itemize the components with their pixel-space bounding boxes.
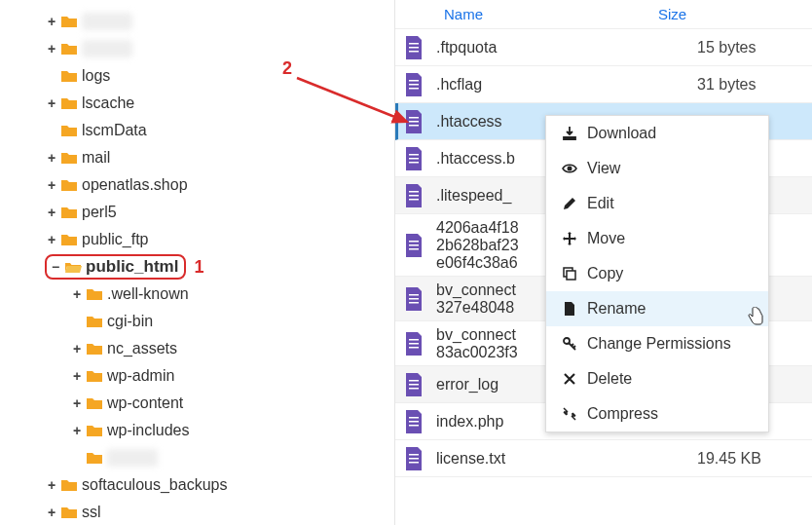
tree-folder[interactable]: +softaculous_backups — [4, 471, 390, 499]
svg-rect-25 — [409, 384, 419, 386]
tree-toggle-icon[interactable]: + — [70, 286, 84, 302]
tree-label: wp-includes — [107, 422, 189, 439]
svg-rect-4 — [409, 84, 419, 86]
tree-folder[interactable]: cgi-bin — [4, 308, 390, 335]
svg-rect-5 — [409, 88, 419, 90]
tree-folder[interactable]: +nc_assets — [4, 335, 390, 362]
folder-icon — [60, 178, 78, 192]
tree-toggle-icon[interactable]: − — [49, 259, 62, 275]
svg-rect-22 — [409, 343, 419, 345]
file-icon — [403, 233, 424, 258]
tree-label: ssl — [82, 504, 101, 521]
tree-toggle-icon[interactable]: + — [45, 41, 58, 56]
tree-label: openatlas.shop — [82, 176, 188, 194]
svg-rect-0 — [409, 43, 419, 45]
tree-folder[interactable]: + — [4, 8, 390, 35]
tree-label-redacted — [107, 449, 158, 467]
tree-folder[interactable]: +ssl — [4, 499, 390, 525]
context-menu: DownloadViewEditMoveCopyRenameChange Per… — [545, 115, 769, 432]
tree-toggle-icon[interactable]: + — [45, 205, 58, 220]
file-name: .hcflag — [436, 76, 697, 94]
menu-item-rename[interactable]: Rename — [546, 291, 768, 326]
tree-folder[interactable]: +wp-admin — [4, 362, 390, 390]
menu-item-move[interactable]: Move — [546, 221, 768, 256]
menu-item-download[interactable]: Download — [546, 116, 768, 151]
tree-folder[interactable]: +wp-content — [4, 390, 390, 417]
svg-rect-15 — [409, 241, 419, 243]
file-row[interactable]: license.txt19.45 KB — [395, 440, 812, 477]
file-header: Name Size — [395, 0, 812, 29]
svg-rect-6 — [409, 117, 419, 119]
tree-folder[interactable] — [4, 444, 390, 471]
file-row[interactable]: .hcflag31 bytes — [395, 66, 812, 103]
tree-toggle-icon[interactable]: + — [45, 14, 58, 29]
file-icon — [403, 446, 424, 471]
tree-toggle-icon[interactable]: + — [70, 341, 84, 356]
folder-icon — [60, 233, 78, 246]
tree-toggle-icon[interactable]: + — [70, 423, 84, 438]
tree-label: mail — [82, 149, 110, 167]
tree-folder[interactable]: +perl5 — [4, 199, 390, 226]
menu-item-change-permissions[interactable]: Change Permissions — [546, 326, 768, 361]
menu-item-edit[interactable]: Edit — [546, 186, 768, 221]
tree-folder[interactable]: +.well-known — [4, 281, 390, 308]
menu-item-delete[interactable]: Delete — [546, 361, 768, 396]
file-icon — [403, 372, 424, 397]
tree-toggle-icon[interactable]: + — [70, 395, 84, 411]
tree-folder[interactable]: +lscache — [4, 90, 390, 117]
tree-folder[interactable]: logs — [4, 62, 390, 90]
menu-item-label: Edit — [587, 195, 614, 212]
move-icon — [560, 231, 579, 246]
svg-rect-18 — [409, 294, 419, 296]
folder-icon — [86, 369, 103, 383]
tree-label: lscmData — [82, 122, 147, 139]
folder-icon — [86, 315, 103, 328]
menu-item-copy[interactable]: Copy — [546, 256, 768, 291]
menu-item-view[interactable]: View — [546, 151, 768, 186]
tree-folder[interactable]: +mail — [4, 144, 390, 171]
tree-label-redacted — [82, 13, 132, 30]
tree-toggle-icon[interactable]: + — [70, 368, 84, 384]
svg-rect-2 — [409, 51, 419, 53]
svg-rect-7 — [409, 121, 419, 123]
tree-toggle-icon[interactable]: + — [45, 177, 58, 193]
tree-folder[interactable]: lscmData — [4, 117, 390, 144]
folder-icon — [60, 151, 78, 165]
file-icon — [403, 183, 424, 208]
svg-rect-21 — [409, 339, 419, 341]
close-icon — [560, 371, 579, 387]
svg-rect-12 — [409, 191, 419, 193]
menu-item-label: Copy — [587, 265, 623, 282]
tree-toggle-icon[interactable]: + — [45, 232, 58, 247]
folder-tree: + + logs+lscachelscmData+mail+openatlas.… — [0, 0, 394, 525]
tree-folder[interactable]: +openatlas.shop — [4, 171, 390, 199]
menu-item-label: Delete — [587, 370, 632, 388]
file-row[interactable]: .ftpquota15 bytes — [395, 29, 812, 66]
tree-toggle-icon[interactable]: + — [45, 477, 58, 493]
file-size: 19.45 KB — [697, 450, 804, 468]
file-size: 31 bytes — [697, 76, 804, 94]
svg-rect-1 — [409, 47, 419, 49]
tree-toggle-icon[interactable]: + — [45, 505, 58, 520]
tree-label: cgi-bin — [107, 313, 153, 330]
svg-rect-14 — [409, 199, 419, 201]
svg-rect-19 — [409, 298, 419, 300]
folder-icon — [60, 206, 78, 219]
tree-folder[interactable]: +wp-includes — [4, 417, 390, 444]
col-name[interactable]: Name — [405, 6, 658, 22]
svg-rect-16 — [409, 244, 419, 246]
tree-folder[interactable]: + — [4, 35, 390, 62]
menu-item-label: Change Permissions — [587, 335, 731, 353]
tree-label: perl5 — [82, 204, 117, 221]
menu-item-compress[interactable]: Compress — [546, 396, 768, 431]
tree-folder[interactable]: +public_ftp — [4, 226, 390, 253]
tree-folder-public-html[interactable]: −public_html1 — [4, 253, 390, 281]
tree-toggle-icon[interactable]: + — [45, 95, 58, 111]
col-size[interactable]: Size — [658, 6, 686, 22]
svg-rect-30 — [409, 454, 419, 456]
tree-label: wp-admin — [107, 367, 174, 385]
folder-icon — [60, 478, 78, 492]
svg-rect-24 — [409, 380, 419, 382]
svg-rect-31 — [409, 458, 419, 460]
tree-toggle-icon[interactable]: + — [45, 150, 58, 166]
